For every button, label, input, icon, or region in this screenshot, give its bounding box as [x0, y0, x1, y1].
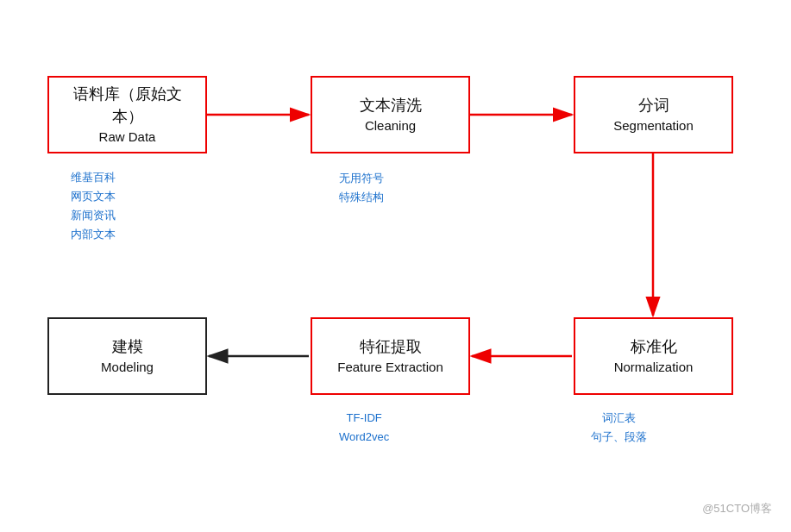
annotation-feature: TF-IDF Word2vec [339, 409, 389, 447]
raw-data-en: Raw Data [99, 128, 156, 146]
feature-en: Feature Extraction [337, 358, 443, 376]
annotation-raw-data: 维基百科 网页文本 新闻资讯 内部文本 [71, 168, 116, 244]
annotation-cleaning: 无用符号 特殊结构 [339, 169, 384, 207]
annotation-normalization: 词汇表 句子、段落 [591, 409, 647, 447]
box-segmentation: 分词 Segmentation [574, 76, 733, 153]
box-modeling: 建模 Modeling [47, 317, 207, 395]
box-feature-extraction: 特征提取 Feature Extraction [311, 317, 470, 395]
cleaning-en: Cleaning [365, 116, 416, 135]
ann-raw-line2: 网页文本 [71, 187, 116, 206]
ann-cleaning-line2: 特殊结构 [339, 188, 384, 207]
ann-cleaning-line1: 无用符号 [339, 169, 384, 188]
feature-zh: 特征提取 [360, 336, 422, 358]
cleaning-zh: 文本清洗 [360, 95, 422, 116]
ann-raw-line4: 内部文本 [71, 225, 116, 244]
diagram-container: 语料库（原始文本） Raw Data 文本清洗 Cleaning 分词 Segm… [0, 0, 791, 532]
normalization-en: Normalization [614, 358, 694, 376]
segmentation-zh: 分词 [638, 95, 669, 116]
modeling-en: Modeling [101, 358, 154, 376]
ann-feat-line2: Word2vec [339, 428, 389, 447]
watermark: @51CTO博客 [702, 501, 772, 516]
modeling-zh: 建模 [112, 336, 143, 358]
ann-raw-line1: 维基百科 [71, 168, 116, 187]
raw-data-zh: 语料库（原始文本） [60, 84, 195, 127]
box-raw-data: 语料库（原始文本） Raw Data [47, 76, 207, 153]
box-cleaning: 文本清洗 Cleaning [311, 76, 470, 153]
box-normalization: 标准化 Normalization [574, 317, 733, 395]
ann-norm-line2: 句子、段落 [591, 428, 647, 447]
ann-raw-line3: 新闻资讯 [71, 206, 116, 225]
normalization-zh: 标准化 [631, 336, 677, 358]
ann-feat-line1: TF-IDF [339, 409, 389, 428]
segmentation-en: Segmentation [613, 116, 694, 135]
ann-norm-line1: 词汇表 [591, 409, 647, 428]
